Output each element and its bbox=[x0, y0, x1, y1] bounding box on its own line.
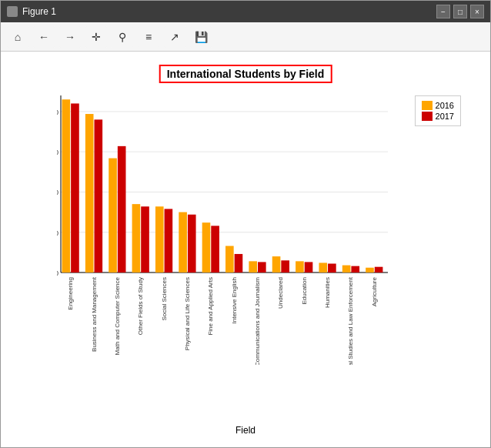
window: Figure 1 − □ × ⌂ ← → ✛ ⚲ ≡ ↗ 💾 Internati… bbox=[0, 0, 491, 448]
svg-rect-24 bbox=[155, 206, 164, 272]
svg-rect-40 bbox=[281, 260, 289, 272]
chart-title: International Students by Field bbox=[159, 65, 332, 83]
chart-container: International Students by Field 2016 201… bbox=[1, 52, 490, 447]
home-button[interactable]: ⌂ bbox=[7, 26, 28, 48]
svg-rect-52 bbox=[375, 267, 383, 272]
svg-text:Communications and Journalism: Communications and Journalism bbox=[254, 277, 261, 365]
svg-text:Intensive English: Intensive English bbox=[231, 277, 238, 323]
svg-text:Other Fields of Study: Other Fields of Study bbox=[137, 277, 144, 335]
svg-rect-18 bbox=[109, 159, 117, 272]
svg-rect-42 bbox=[296, 261, 304, 272]
svg-rect-12 bbox=[62, 99, 71, 272]
save-button[interactable]: 💾 bbox=[190, 26, 212, 48]
svg-rect-36 bbox=[249, 261, 257, 272]
svg-text:Math and Computer Science: Math and Computer Science bbox=[114, 276, 121, 355]
bar-chart: 050000100000150000200000EngineeringBusin… bbox=[57, 88, 457, 365]
svg-rect-48 bbox=[342, 266, 351, 272]
svg-text:Physical and Life Sciences: Physical and Life Sciences bbox=[184, 277, 191, 350]
zoom-button[interactable]: ⚲ bbox=[112, 26, 133, 48]
autoscale-button[interactable]: ↗ bbox=[164, 26, 185, 48]
title-bar: Figure 1 − □ × bbox=[1, 1, 490, 22]
svg-rect-51 bbox=[366, 268, 374, 272]
svg-text:Agriculture: Agriculture bbox=[371, 276, 378, 306]
svg-rect-37 bbox=[258, 262, 266, 272]
svg-rect-43 bbox=[305, 262, 313, 272]
svg-rect-39 bbox=[272, 256, 281, 272]
svg-text:Social Sciences: Social Sciences bbox=[161, 277, 168, 320]
x-axis-label: Field bbox=[235, 425, 256, 436]
toolbar: ⌂ ← → ✛ ⚲ ≡ ↗ 💾 bbox=[1, 22, 490, 52]
forward-button[interactable]: → bbox=[59, 26, 81, 48]
svg-rect-45 bbox=[319, 262, 327, 272]
svg-text:Undeclared: Undeclared bbox=[277, 277, 284, 309]
svg-text:Legal Studies and Law Enforcem: Legal Studies and Law Enforcement bbox=[347, 276, 354, 365]
svg-rect-46 bbox=[328, 264, 336, 273]
svg-rect-21 bbox=[132, 204, 141, 272]
svg-text:100000: 100000 bbox=[57, 189, 58, 196]
close-button[interactable]: × bbox=[470, 5, 484, 18]
svg-rect-28 bbox=[188, 215, 196, 272]
window-title: Figure 1 bbox=[22, 6, 436, 17]
svg-text:0: 0 bbox=[57, 269, 58, 277]
svg-rect-31 bbox=[211, 226, 219, 272]
minimize-button[interactable]: − bbox=[436, 5, 450, 18]
chart-wrapper: International Students by Field 2016 201… bbox=[15, 57, 476, 442]
svg-text:Engineering: Engineering bbox=[67, 277, 74, 310]
svg-rect-16 bbox=[95, 119, 103, 272]
svg-text:200000: 200000 bbox=[57, 109, 58, 116]
svg-text:Education: Education bbox=[301, 277, 308, 305]
svg-rect-34 bbox=[235, 254, 243, 272]
svg-rect-15 bbox=[85, 114, 94, 272]
svg-rect-27 bbox=[179, 212, 187, 272]
pan-button[interactable]: ✛ bbox=[85, 26, 107, 48]
svg-rect-13 bbox=[71, 103, 79, 272]
svg-rect-49 bbox=[351, 266, 359, 272]
svg-rect-25 bbox=[165, 209, 173, 272]
svg-text:50000: 50000 bbox=[57, 229, 58, 237]
svg-text:Humanities: Humanities bbox=[324, 277, 331, 308]
svg-rect-30 bbox=[202, 222, 211, 272]
svg-rect-33 bbox=[225, 246, 234, 273]
back-button[interactable]: ← bbox=[33, 26, 55, 48]
svg-text:150000: 150000 bbox=[57, 149, 58, 156]
settings-button[interactable]: ≡ bbox=[138, 26, 159, 48]
svg-text:Fine and Applied Arts: Fine and Applied Arts bbox=[207, 277, 214, 336]
window-icon bbox=[7, 6, 18, 17]
svg-text:Business and Management: Business and Management bbox=[91, 276, 98, 352]
maximize-button[interactable]: □ bbox=[453, 5, 467, 18]
svg-rect-22 bbox=[141, 206, 149, 272]
svg-rect-19 bbox=[118, 146, 126, 272]
title-bar-controls: − □ × bbox=[436, 5, 484, 18]
